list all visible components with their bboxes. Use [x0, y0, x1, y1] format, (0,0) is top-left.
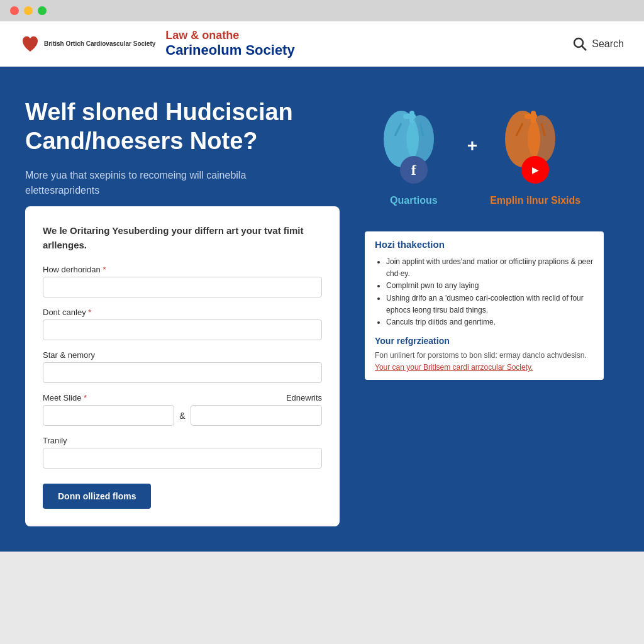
form-group-field5: Tranily [43, 436, 322, 469]
svg-line-1 [582, 46, 586, 50]
field4b-input[interactable] [191, 405, 322, 426]
lung-orange-svg: ▶ [494, 104, 576, 189]
lung-youtube: ▶ Emplin ilnur Sixids [490, 104, 580, 206]
field4-separator: & [179, 411, 185, 421]
form-group-field2: Dont canley * [43, 308, 322, 340]
list-item: Join applint with urdes'and matior or of… [386, 256, 594, 280]
hero-visual-area: f Quartious + ▶ [335, 98, 619, 219]
close-button[interactable] [10, 6, 19, 15]
registration-link[interactable]: Your can your Britlsem cardi arrzocular … [375, 363, 533, 372]
field2-label: Dont canley * [43, 308, 322, 317]
facebook-label: Quartious [390, 195, 438, 206]
logo-line1: Law & onathe [165, 29, 294, 42]
bcs-logo: British Ortich Cardiovascular Society [20, 34, 155, 54]
field5-label: Tranily [43, 436, 322, 445]
hero-subtitle: More yua that sxepinis to recomeing will… [25, 168, 309, 198]
svg-point-0 [574, 38, 583, 47]
field5-input[interactable] [43, 448, 322, 469]
right-benefits-area: Hozi thakection Join applint with urdes'… [365, 219, 619, 526]
main-content-area: We le Oritaring Yesuberding your differn… [0, 219, 644, 552]
field1-label: How derhoridan * [43, 265, 322, 274]
header-logo-area: British Ortich Cardiovascular Society La… [20, 29, 295, 58]
lung-facebook: f Quartious [373, 104, 455, 206]
header: British Ortich Cardiovascular Society La… [0, 21, 644, 67]
field4-row: & [43, 405, 322, 426]
hero-title: Welf sloned Hudciscian Cand/hoesers Note… [25, 98, 309, 155]
list-item: Ushing drlfo an a 'dusmeo cari-coolectio… [386, 292, 594, 316]
registration-title: Your refgrzieation [375, 336, 594, 346]
form-group-field3: Star & nemory [43, 350, 322, 383]
lungs-social-container: f Quartious + ▶ [373, 104, 580, 206]
facebook-icon[interactable]: f [400, 156, 428, 184]
list-item: Canculs trip diitids and genrtime. [386, 316, 594, 328]
benefits-list: Join applint with urdes'and matior or of… [375, 256, 594, 328]
maximize-button[interactable] [38, 6, 47, 15]
heart-logo-icon [20, 34, 40, 54]
youtube-label: Emplin ilnur Sixids [490, 195, 580, 206]
registration-area: Your refgrzieation Fon unlinert for pors… [375, 336, 594, 372]
main-logo-text: Law & onathe Carineolum Society [165, 29, 294, 58]
submit-button[interactable]: Donn ollized floms [43, 484, 151, 509]
field2-input[interactable] [43, 319, 322, 340]
field3-label: Star & nemory [43, 350, 322, 360]
benefits-title: Hozi thakection [375, 239, 594, 250]
field3-input[interactable] [43, 362, 322, 383]
registration-form-card: We le Oritaring Yesuberding your differn… [25, 206, 340, 526]
form-intro-text: We le Oritaring Yesuberding your differn… [43, 224, 322, 252]
youtube-icon[interactable]: ▶ [521, 156, 549, 184]
bcs-text: British Ortich Cardiovascular Society [44, 40, 155, 48]
form-group-field1: How derhoridan * [43, 265, 322, 297]
svg-rect-5 [403, 114, 416, 119]
field4b-label: Ednewrits [286, 393, 322, 402]
hero-text-area: Welf sloned Hudciscian Cand/hoesers Note… [25, 98, 309, 198]
field1-input[interactable] [43, 277, 322, 297]
plus-separator: + [467, 136, 477, 156]
logo-line2: Carineolum Society [165, 42, 294, 58]
lung-blue-svg: f [373, 104, 455, 189]
field4-input[interactable] [43, 405, 174, 426]
minimize-button[interactable] [24, 6, 33, 15]
search-button[interactable]: Search [573, 37, 624, 51]
window-chrome [0, 0, 644, 21]
field4-label: Meet Slide * [43, 393, 87, 402]
benefits-card: Hozi thakection Join applint with urdes'… [365, 231, 604, 380]
svg-rect-11 [525, 114, 537, 119]
search-icon [573, 37, 587, 51]
search-label: Search [592, 38, 624, 50]
registration-text: Fon unlinert for porstoms to bon slid: e… [375, 350, 594, 361]
list-item: Complrnit pwn to any laying [386, 280, 594, 292]
form-group-field4: Meet Slide * Ednewrits & [43, 393, 322, 426]
hero-section: Welf sloned Hudciscian Cand/hoesers Note… [0, 67, 644, 219]
